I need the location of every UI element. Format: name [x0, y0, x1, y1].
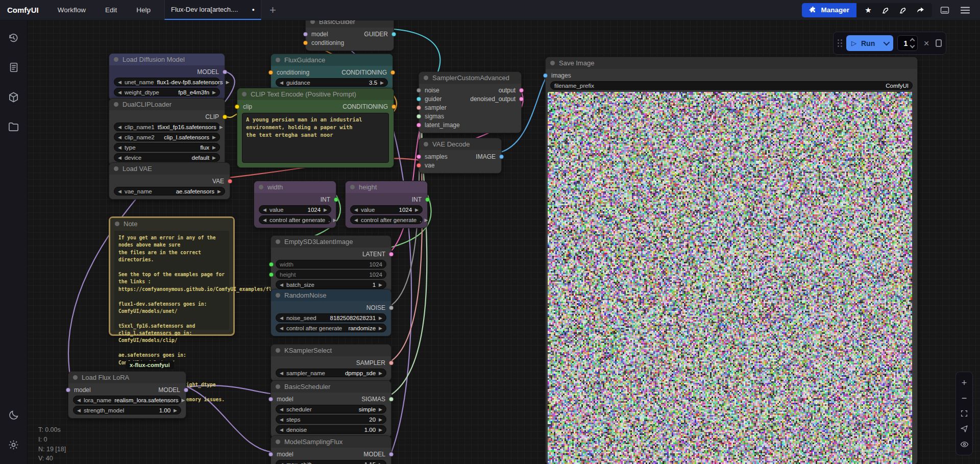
output-slot-image[interactable]	[499, 154, 504, 159]
model-library-icon[interactable]	[4, 87, 24, 107]
widget-clip-name2[interactable]: ◀ clip_name2 clip_l.safetensors ▶	[114, 133, 220, 141]
input-slot-model[interactable]	[66, 387, 70, 392]
workflow-tab[interactable]: Flux-Dev lora[artech.... ●	[164, 0, 261, 20]
zoom-out-icon[interactable]: −	[957, 390, 972, 406]
decrement-icon[interactable]	[910, 43, 915, 48]
output-slot-model[interactable]	[184, 387, 188, 392]
increment-icon[interactable]: ▶	[379, 371, 382, 376]
node-sampler-custom-advanced[interactable]: SamplerCustomAdvanced noise output guide…	[419, 71, 522, 133]
increment-icon[interactable]: ▶	[379, 315, 382, 321]
share-icon[interactable]	[912, 3, 929, 17]
decrement-icon[interactable]: ◀	[354, 217, 358, 223]
node-vae-decode[interactable]: VAE Decode samples IMAGE vae	[419, 138, 502, 174]
node-model-sampling-flux[interactable]: ModelSamplingFlux model MODEL ◀ max_shif…	[271, 435, 391, 464]
menu-help[interactable]: Help	[127, 0, 160, 20]
widget-control-after-generate[interactable]: ◀ control after generate randomize ▶	[276, 324, 386, 332]
widget-weight-dtype[interactable]: ◀ weight_dtype fp8_e4m3fn ▶	[114, 88, 220, 96]
workflows-folder-icon[interactable]	[4, 116, 24, 137]
increment-icon[interactable]: ▶	[415, 207, 419, 212]
stop-icon[interactable]	[936, 39, 942, 47]
fit-view-icon[interactable]	[957, 406, 972, 421]
decrement-icon[interactable]: ◀	[118, 155, 121, 160]
input-slot-samples[interactable]	[416, 154, 421, 159]
clear-queue-icon[interactable]: ×	[922, 38, 932, 49]
input-slot-sigmas[interactable]	[416, 114, 421, 118]
decrement-icon[interactable]: ◀	[263, 217, 266, 223]
decrement-icon[interactable]: ◀	[280, 427, 283, 432]
widget-clip-name1[interactable]: ◀ clip_name1 t5xxl_fp16.safetensors ▶	[114, 123, 220, 131]
increment-icon[interactable]: ▶	[380, 80, 384, 85]
widget-value[interactable]: ◀ value 1024 ▶	[350, 205, 423, 214]
output-slot-int[interactable]	[334, 197, 338, 202]
noise-preview-image[interactable]	[548, 92, 912, 464]
node-save-image[interactable]: Save Image images filename_prefix ComfyU…	[545, 57, 918, 464]
output-slot-noise[interactable]	[389, 305, 394, 310]
node-random-noise[interactable]: RandomNoise NOISE ◀ noise_seed 818250826…	[271, 289, 391, 336]
widget-denoise[interactable]: ◀ denoise 1.00 ▶	[276, 425, 386, 434]
collapse-dot[interactable]	[276, 293, 280, 298]
output-slot-sampler[interactable]	[389, 360, 394, 365]
node-flux-guidance[interactable]: FluxGuidance conditioning CONDITIONING ◀…	[271, 54, 393, 91]
input-slot-images[interactable]	[543, 73, 548, 78]
chevron-down-icon[interactable]	[884, 39, 890, 46]
decrement-icon[interactable]: ◀	[118, 80, 121, 85]
settings-gear-icon[interactable]	[4, 434, 24, 455]
widget-control-after-generate[interactable]: ◀ control after generate . ▶	[350, 215, 423, 224]
prompt-textarea[interactable]: A young persian man in an industrial env…	[242, 113, 389, 163]
decrement-icon[interactable]: ◀	[118, 135, 121, 140]
decrement-icon[interactable]: ◀	[280, 282, 283, 287]
model-manager-icon[interactable]	[877, 3, 894, 17]
widget-scheduler[interactable]: ◀ scheduler simple ▶	[276, 405, 386, 413]
input-slot-noise[interactable]	[416, 88, 421, 92]
queue-icon[interactable]	[4, 57, 24, 78]
increment-icon[interactable]: ▶	[219, 125, 223, 130]
input-slot-model[interactable]	[268, 397, 273, 401]
hamburger-menu-icon[interactable]	[958, 3, 973, 17]
increment-icon[interactable]: ▶	[217, 189, 221, 194]
increment-icon[interactable]: ▶	[379, 417, 382, 422]
input-slot-model[interactable]	[303, 32, 308, 36]
widget-control-after-generate[interactable]: ◀ control after generate . ▶	[259, 215, 331, 224]
manager-button[interactable]: Manager	[802, 3, 856, 17]
increment-icon[interactable]: ▶	[182, 398, 185, 403]
menu-edit[interactable]: Edit	[95, 0, 127, 20]
increment-icon[interactable]: ▶	[379, 282, 382, 287]
batch-count-input[interactable]: 1	[897, 35, 917, 51]
decrement-icon[interactable]: ◀	[280, 462, 283, 464]
collapse-dot[interactable]	[242, 92, 247, 96]
input-slot-vae[interactable]	[416, 163, 421, 167]
collapse-dot[interactable]	[424, 142, 428, 146]
collapse-dot[interactable]	[114, 166, 118, 171]
decrement-icon[interactable]: ◀	[118, 90, 121, 95]
drag-handle[interactable]	[838, 39, 842, 47]
widget-strength-model[interactable]: ◀ strength_model 1.00 ▶	[73, 406, 181, 414]
decrement-icon[interactable]: ◀	[280, 80, 283, 85]
input-slot-height[interactable]	[269, 272, 274, 277]
widget-max-shift[interactable]: ◀ max_shift 1.15 ▶	[276, 460, 386, 464]
input-slot-conditioning[interactable]	[268, 70, 273, 75]
collapse-dot[interactable]	[276, 348, 280, 353]
collapse-dot[interactable]	[114, 102, 118, 107]
input-widget-width[interactable]: width 1024	[276, 260, 386, 268]
decrement-icon[interactable]: ◀	[263, 207, 266, 212]
collapse-dot[interactable]	[424, 76, 428, 80]
history-icon[interactable]	[4, 28, 24, 48]
widget-noise-seed[interactable]: ◀ noise_seed 81825082628231 ▶	[276, 313, 386, 322]
increment-icon[interactable]: ▶	[324, 207, 327, 212]
input-slot-guider[interactable]	[416, 96, 421, 101]
run-button[interactable]: ▷ Run	[846, 35, 893, 51]
decrement-icon[interactable]: ◀	[77, 408, 81, 413]
collapse-dot[interactable]	[276, 384, 280, 389]
theme-toggle-moon-icon[interactable]	[4, 405, 24, 425]
output-slot-output[interactable]	[519, 88, 524, 92]
output-slot-model[interactable]	[223, 69, 227, 74]
input-widget-height[interactable]: height 1024	[276, 270, 386, 279]
increment-icon[interactable]: ▶	[212, 155, 216, 160]
widget-steps[interactable]: ◀ steps 20 ▶	[276, 415, 386, 424]
decrement-icon[interactable]: ◀	[280, 326, 283, 331]
output-slot-int[interactable]	[425, 197, 430, 202]
node-clip-text-encode[interactable]: CLIP Text Encode (Positive Prompt) clip …	[237, 88, 394, 168]
input-slot-conditioning[interactable]	[303, 40, 308, 45]
decrement-icon[interactable]: ◀	[354, 207, 358, 212]
node-dual-clip-loader[interactable]: DualCLIPLoader CLIP ◀ clip_name1 t5xxl_f…	[109, 98, 225, 166]
